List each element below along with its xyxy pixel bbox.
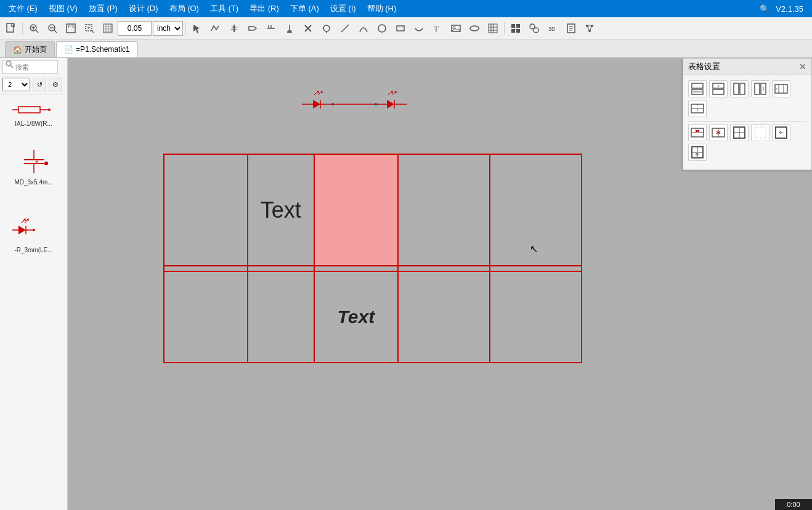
main-area: 2 ↺ ⚙ IAL-1/8W(R... + <box>0 58 812 510</box>
table-cell-0-4[interactable] <box>490 154 582 266</box>
arc2-button[interactable] <box>410 20 428 37</box>
table-cell-0-0[interactable] <box>164 154 248 266</box>
svg-point-107 <box>331 103 334 105</box>
table-cell-0-3[interactable] <box>398 154 490 266</box>
menu-place[interactable]: 放置 (P) <box>84 2 123 15</box>
grid-button[interactable] <box>99 20 116 37</box>
svg-rect-53 <box>516 24 520 28</box>
power-button[interactable] <box>281 20 298 37</box>
image-button[interactable] <box>447 20 465 37</box>
merge-v-button[interactable] <box>688 100 707 117</box>
svg-point-57 <box>534 28 538 33</box>
table-row: Text <box>164 154 582 266</box>
insert-col-right-button[interactable] <box>751 80 769 97</box>
menu-file[interactable]: 文件 (E) <box>4 2 43 15</box>
search-icon[interactable]: 🔍 <box>755 3 774 15</box>
table-button[interactable] <box>484 20 501 37</box>
tab-home[interactable]: 🏠 开始页 <box>5 41 55 57</box>
menu-export[interactable]: 导出 (R) <box>245 2 284 15</box>
svg-text:3D: 3D <box>548 26 556 32</box>
table-cell-0-2[interactable] <box>314 154 398 266</box>
border-outer-dropdown[interactable] <box>772 124 790 141</box>
area-zoom-button[interactable] <box>81 20 98 37</box>
panel-close-button[interactable]: ✕ <box>799 62 806 72</box>
table-cell-2-0[interactable] <box>164 271 248 363</box>
zoom-input[interactable] <box>118 21 152 36</box>
menu-design[interactable]: 设计 (D) <box>124 2 163 15</box>
menu-settings[interactable]: 设置 (I) <box>325 2 361 15</box>
version-label: V2.1.35 <box>776 4 808 14</box>
separator1 <box>22 22 23 35</box>
sidebar-refresh-button[interactable]: ↺ <box>33 78 46 91</box>
delete-row-button[interactable] <box>688 124 707 141</box>
table-cell-1-3[interactable] <box>398 266 490 271</box>
fit-button[interactable] <box>62 20 79 37</box>
insert-row-below-button[interactable] <box>709 80 728 97</box>
merge-h-button[interactable] <box>772 80 790 97</box>
svg-rect-138 <box>755 127 766 138</box>
new-button[interactable] <box>2 20 20 37</box>
svg-rect-113 <box>713 89 724 94</box>
sidebar-item-resistor[interactable]: IAL-1/8W(R... <box>0 96 67 133</box>
border-all-button[interactable] <box>730 124 749 141</box>
zoom-in-button[interactable] <box>25 20 43 37</box>
menu-order[interactable]: 下单 (A) <box>285 2 324 15</box>
statusbar: 0:00 <box>775 499 812 510</box>
table-cell-2-1[interactable] <box>248 271 314 363</box>
unit-select[interactable]: inch <box>153 21 183 36</box>
delete-col-button[interactable] <box>709 124 728 141</box>
text-button[interactable]: T <box>429 20 446 37</box>
table-cell-2-3[interactable] <box>398 271 490 363</box>
ellipse-button[interactable] <box>466 20 483 37</box>
menu-help[interactable]: 帮助 (H) <box>362 2 402 15</box>
bom-button[interactable] <box>562 20 580 37</box>
3d-view-button[interactable]: 3D <box>544 20 561 37</box>
circle-button[interactable] <box>373 20 391 37</box>
table-cell-2-4[interactable] <box>490 271 582 363</box>
no-connect-button[interactable] <box>299 20 317 37</box>
rect-button[interactable] <box>392 20 409 37</box>
tab-schematic[interactable]: 📄 =P1.Schematic1 <box>56 41 138 57</box>
table-cell-0-1[interactable]: Text <box>248 154 314 266</box>
border-inner-dropdown[interactable] <box>688 144 707 161</box>
wire-button[interactable] <box>207 20 224 37</box>
sidebar-zoom-select[interactable]: 2 <box>2 78 30 91</box>
net-button[interactable] <box>225 20 243 37</box>
menu-tools[interactable]: 工具 (T) <box>205 2 243 15</box>
line-button[interactable] <box>336 20 354 37</box>
probe-button[interactable] <box>318 20 335 37</box>
svg-point-41 <box>378 25 386 32</box>
resistor-symbol <box>12 101 55 119</box>
arc1-button[interactable] <box>355 20 372 37</box>
sidebar-settings-button[interactable]: ⚙ <box>49 78 62 91</box>
svg-rect-0 <box>7 23 14 32</box>
component-lib-button[interactable] <box>507 20 524 37</box>
svg-point-69 <box>6 61 11 66</box>
netlist-button[interactable] <box>581 20 598 37</box>
canvas-area[interactable]: Text Text <box>68 58 812 510</box>
menu-view[interactable]: 视图 (V) <box>44 2 83 15</box>
sidebar-search-area <box>0 58 67 76</box>
menu-layout[interactable]: 布局 (O) <box>164 2 204 15</box>
junction-button[interactable] <box>262 20 280 37</box>
sidebar-item-led[interactable]: -R_3mm(LE... <box>0 210 67 259</box>
select-button[interactable] <box>189 20 206 37</box>
bus-button[interactable] <box>244 20 261 37</box>
svg-rect-55 <box>516 29 520 33</box>
table-cell-1-0[interactable] <box>164 266 248 271</box>
border-none-button[interactable] <box>751 124 769 141</box>
table-cell-2-2[interactable]: Text <box>314 271 398 363</box>
schematic-table: Text Text <box>163 154 582 363</box>
insert-col-left-button[interactable] <box>730 80 749 97</box>
tabs: 🏠 开始页 📄 =P1.Schematic1 <box>0 39 812 58</box>
table-cell-1-1[interactable] <box>248 266 314 271</box>
sidebar-item-capacitor[interactable]: + MD_3x5.4m... <box>0 145 67 191</box>
insert-row-above-button[interactable] <box>688 80 707 97</box>
table-cell-1-2[interactable] <box>314 266 398 271</box>
svg-point-108 <box>375 103 377 105</box>
sidebar: 2 ↺ ⚙ IAL-1/8W(R... + <box>0 58 68 510</box>
table-cell-1-4[interactable] <box>490 266 582 271</box>
zoom-out-button[interactable] <box>44 20 61 37</box>
resistor-label: IAL-1/8W(R... <box>15 120 52 127</box>
pcb-lib-button[interactable] <box>526 20 543 37</box>
